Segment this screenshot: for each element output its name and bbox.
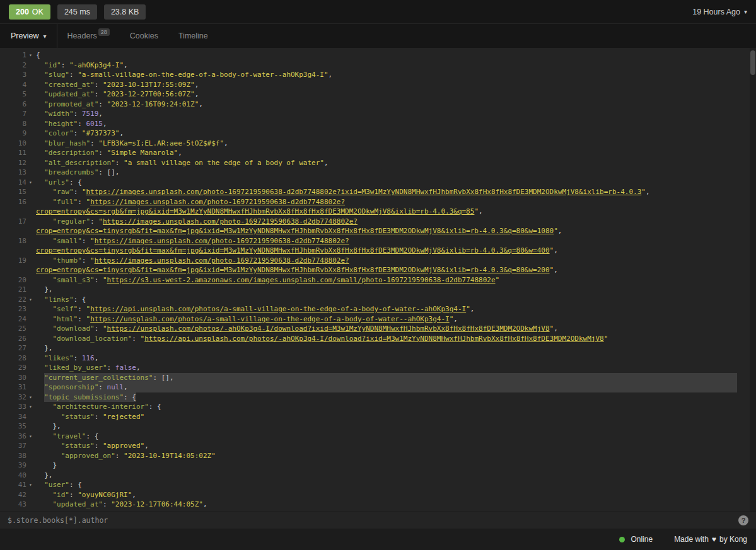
status-bar: Online Made with ♥ by Kong [0,529,756,550]
json-punctuation: , [136,364,141,372]
fold-caret[interactable]: ▾ [26,50,35,60]
gutter-spacer [26,285,35,295]
filter-input[interactable] [8,516,738,525]
json-punctuation: , [224,139,228,147]
fold-caret[interactable]: ▾ [26,432,35,442]
fold-caret[interactable]: ▾ [26,480,35,490]
gutter-spacer [26,275,35,285]
json-punctuation: , [554,246,558,255]
indent [36,373,44,383]
line-number: 21 [0,285,26,295]
json-string: " [554,227,558,235]
url-link[interactable]: https://unsplash.com/photos/a-small-vill… [90,315,450,323]
url-link[interactable]: https://images.unsplash.com/photo-169721… [90,198,345,206]
url-link[interactable]: https://unsplash.com/photos/-ahOKp3g4-I/… [107,324,550,333]
tab-timeline[interactable]: Timeline [168,24,218,48]
help-icon[interactable]: ? [738,515,748,525]
response-body[interactable]: 1▾{2 "id": "-ahOKp3g4-I",3 "slug": "a-sm… [0,48,756,512]
url-link[interactable]: https://images.unsplash.com/photo-169721… [95,256,349,265]
indent [36,70,44,80]
json-punctuation: }, [44,344,52,352]
gutter-spacer [26,60,35,71]
json-key: "color" [44,129,73,137]
line-number: 28 [0,353,26,364]
line-number: 40 [0,471,26,481]
scrollbar[interactable] [750,48,756,512]
json-string: " [103,276,107,284]
response-history-label: 19 Hours Ago [692,8,740,16]
fold-caret[interactable]: ▾ [26,295,35,305]
line-number: 20 [0,275,26,285]
gutter-spacer [26,451,35,461]
line-fill [124,129,737,139]
line-number: 24 [0,314,26,324]
json-key: "likes" [44,354,73,362]
fold-caret[interactable]: ▾ [26,178,35,188]
line-number: 30 [0,373,26,383]
line-fill [82,480,737,490]
online-status-button[interactable]: Online [619,535,653,544]
url-link[interactable]: https://images.unsplash.com/photo-169721… [86,188,642,196]
json-key: "alt_description" [44,159,115,167]
kong-credit-link[interactable]: Made with ♥ by Kong [674,535,747,544]
line-fill [199,80,737,90]
code-line-row: 27 }, [0,343,737,353]
code-line-row: 40 }, [0,471,737,481]
indent [36,480,44,490]
indent [36,441,61,451]
indent [36,217,53,227]
indent [36,490,53,500]
code-line-row: 24 "html": "https://unsplash.com/photos/… [0,314,737,324]
url-link[interactable]: https://api.unsplash.com/photos/a-small-… [90,305,466,313]
url-link[interactable]: https://s3.us-west-2.amazonaws.com/image… [107,276,496,284]
code-line-row: 2 "id": "-ahOKp3g4-I", [0,60,737,71]
line-number: 43 [0,500,26,510]
url-link[interactable]: crop=entropy&cs=tinysrgb&fit=max&fm=jpg&… [36,266,550,274]
line-number [0,226,26,236]
scrollbar-thumb[interactable] [750,50,755,75]
url-link[interactable]: https://api.unsplash.com/photos/-ahOKp3g… [144,335,603,343]
line-number: 12 [0,158,26,168]
url-link[interactable]: https://images.unsplash.com/photo-169721… [103,217,358,226]
json-key: "height" [44,120,78,128]
tab-cookies[interactable]: Cookies [120,24,168,48]
code-line-row: 10 "blur_hash": "LFB3Ka=sI;EL.AR:aee-5tO… [0,139,737,149]
indent [36,80,44,90]
url-link[interactable]: crop=entropy&cs=srgb&fm=jpg&ixid=M3w1MzY… [36,207,474,215]
url-link[interactable]: crop=entropy&cs=tinysrgb&fit=max&fm=jpg&… [36,246,550,255]
url-link[interactable]: crop=entropy&cs=tinysrgb&fit=max&fm=jpg&… [36,227,554,235]
code-line-row: 36▾ "travel": { [0,432,737,442]
json-punctuation: : [74,110,82,118]
preview-mode-dropdown[interactable]: Preview ▾ [0,24,57,48]
json-string: "2023-12-17T06:44:05Z" [111,500,203,508]
tab-cookies-label: Cookies [130,32,158,40]
fold-caret[interactable]: ▾ [26,402,35,412]
tab-headers[interactable]: Headers 28 [57,24,120,48]
line-number: 37 [0,441,26,451]
code-line-row: 35 }, [0,421,737,432]
line-fill [332,70,737,80]
status-reason: OK [32,8,44,16]
indent [36,412,61,422]
json-punctuation: } [53,461,57,469]
json-punctuation: : { [74,295,86,304]
json-string: " [90,237,95,245]
url-link[interactable]: https://images.unsplash.com/photo-169721… [95,237,349,245]
json-key: "sponsorship" [44,383,98,391]
line-number: 7 [0,109,26,119]
json-punctuation: : { [86,432,98,440]
response-body-lines: 1▾{2 "id": "-ahOKp3g4-I",3 "slug": "a-sm… [0,48,756,510]
tab-headers-label: Headers [67,32,97,40]
json-punctuation: , [554,324,558,333]
line-number: 17 [0,217,26,227]
json-punctuation: }, [53,422,61,430]
gutter-spacer [26,412,35,422]
json-punctuation: : [69,491,78,499]
gutter-spacer [26,314,35,324]
gutter-spacer [26,490,35,500]
fold-caret[interactable]: ▾ [26,392,35,403]
line-number: 41 [0,480,26,490]
response-history-dropdown[interactable]: 19 Hours Ago ▾ [692,8,747,16]
gutter-spacer [26,373,35,383]
json-key: "self" [53,305,78,313]
